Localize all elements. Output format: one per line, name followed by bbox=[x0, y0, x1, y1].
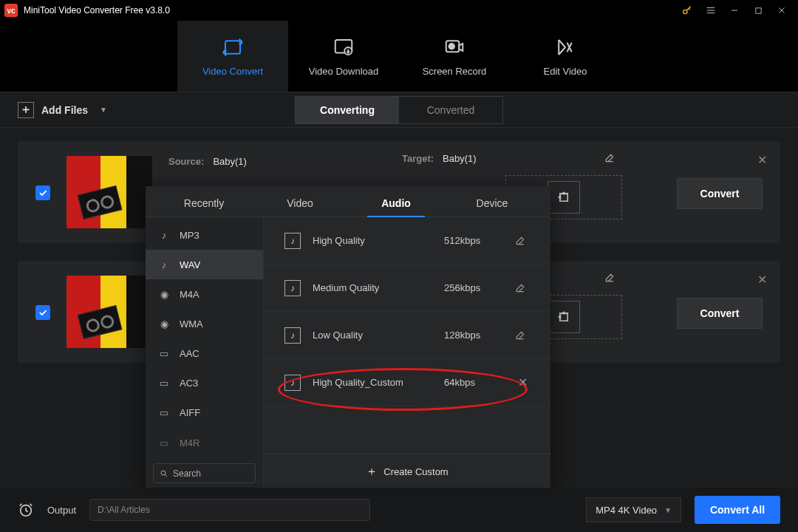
svg-point-6 bbox=[449, 44, 455, 50]
audio-file-icon: ♪ bbox=[157, 228, 171, 242]
status-segment: Converting Converted bbox=[295, 96, 503, 124]
nav-label: Video Convert bbox=[202, 66, 263, 77]
format-label: AC3 bbox=[180, 378, 198, 389]
remove-file-icon[interactable]: ✕ bbox=[757, 153, 767, 167]
popup-tab-recently[interactable]: Recently bbox=[156, 197, 252, 216]
format-label: WMA bbox=[180, 318, 203, 330]
edit-video-icon bbox=[554, 36, 576, 58]
target-value: Baby(1) bbox=[443, 153, 477, 164]
target-edit-icon[interactable] bbox=[604, 153, 615, 163]
minimize-icon[interactable] bbox=[723, 0, 746, 21]
popup-tab-audio[interactable]: Audio bbox=[348, 197, 444, 216]
nav-label: Edit Video bbox=[543, 66, 587, 77]
format-item-m4r[interactable]: ▭M4R bbox=[146, 428, 263, 457]
segment-converting[interactable]: Converting bbox=[296, 97, 399, 123]
plus-icon: ＋ bbox=[366, 464, 378, 480]
quality-item-custom[interactable]: ♪ High Quality_Custom 64kbps ✕ bbox=[264, 359, 550, 406]
popup-tabs: Recently Video Audio Device bbox=[146, 186, 550, 217]
format-label: WAV bbox=[180, 259, 200, 270]
nav-label: Screen Record bbox=[423, 66, 487, 77]
format-search-input[interactable]: Search bbox=[153, 463, 256, 483]
convert-all-button[interactable]: Convert All bbox=[695, 496, 780, 524]
audio-file-icon: ◉ bbox=[157, 317, 171, 330]
quality-name: Medium Quality bbox=[313, 282, 432, 293]
audio-file-icon: ▭ bbox=[157, 377, 171, 390]
quality-edit-icon[interactable] bbox=[515, 330, 530, 341]
file-thumbnail bbox=[66, 276, 152, 348]
video-convert-icon bbox=[222, 36, 244, 58]
quality-bitrate: 64kbps bbox=[444, 377, 503, 388]
create-custom-button[interactable]: ＋ Create Custom bbox=[264, 454, 550, 489]
format-item-aiff[interactable]: ▭AIFF bbox=[146, 398, 263, 428]
quality-name: High Quality bbox=[313, 235, 432, 246]
target-edit-icon[interactable] bbox=[604, 273, 615, 283]
app-logo: vc bbox=[4, 4, 18, 17]
quality-name: High Quality_Custom bbox=[313, 377, 432, 388]
popup-tab-video[interactable]: Video bbox=[252, 197, 348, 216]
svg-rect-2 bbox=[225, 41, 240, 54]
format-label: M4A bbox=[180, 289, 200, 300]
quality-list: ♪ High Quality 512kbps ♪ Medium Quality … bbox=[264, 217, 550, 454]
svg-rect-8 bbox=[560, 313, 568, 321]
remove-file-icon[interactable]: ✕ bbox=[757, 273, 767, 287]
chevron-down-icon[interactable]: ▼ bbox=[100, 106, 107, 114]
quality-delete-icon[interactable]: ✕ bbox=[515, 375, 530, 389]
target-format-dropdown[interactable]: MP4 4K Video ▼ bbox=[586, 497, 681, 522]
convert-button[interactable]: Convert bbox=[677, 178, 763, 209]
audio-file-icon: ◉ bbox=[157, 287, 171, 301]
add-files-label: Add Files bbox=[41, 104, 88, 116]
popup-tab-device[interactable]: Device bbox=[444, 197, 540, 216]
nav-tab-screen-record[interactable]: Screen Record bbox=[399, 21, 510, 92]
output-label: Output bbox=[47, 505, 76, 516]
close-window-icon[interactable] bbox=[770, 0, 794, 21]
format-item-mp3[interactable]: ♪MP3 bbox=[146, 220, 263, 250]
audio-file-icon: ▭ bbox=[157, 347, 171, 361]
nav-tab-edit-video[interactable]: Edit Video bbox=[510, 21, 621, 92]
chevron-down-icon: ▼ bbox=[664, 506, 672, 514]
format-label: AIFF bbox=[180, 407, 200, 418]
output-path-field[interactable]: D:\All Articles bbox=[89, 499, 370, 521]
quality-item[interactable]: ♪ High Quality 512kbps bbox=[264, 217, 550, 265]
quality-bitrate: 512kbps bbox=[444, 235, 503, 246]
main-nav: Video Convert Video Download Screen Reco… bbox=[0, 21, 798, 92]
quality-edit-icon[interactable] bbox=[515, 283, 530, 293]
schedule-icon[interactable] bbox=[18, 502, 34, 518]
audio-preset-icon: ♪ bbox=[284, 375, 301, 391]
maximize-icon[interactable] bbox=[746, 0, 770, 21]
format-label: MP3 bbox=[180, 230, 200, 241]
audio-preset-icon: ♪ bbox=[284, 233, 301, 249]
file-checkbox[interactable] bbox=[35, 185, 50, 200]
svg-point-9 bbox=[161, 471, 166, 475]
quality-edit-icon[interactable] bbox=[515, 236, 530, 246]
audio-file-icon: ▭ bbox=[157, 436, 171, 449]
format-list[interactable]: ♪MP3 ♪WAV ◉M4A ◉WMA ▭AAC ▭AC3 ▭AIFF ▭M4R… bbox=[146, 217, 264, 489]
file-checkbox[interactable] bbox=[35, 305, 50, 320]
audio-preset-icon: ♪ bbox=[284, 327, 301, 344]
target-label: Target: bbox=[402, 153, 434, 164]
hamburger-menu-icon[interactable] bbox=[699, 0, 723, 21]
segment-converted[interactable]: Converted bbox=[399, 97, 502, 123]
format-item-wav[interactable]: ♪WAV bbox=[146, 250, 263, 279]
format-item-wma[interactable]: ◉WMA bbox=[146, 309, 263, 338]
nav-tab-video-convert[interactable]: Video Convert bbox=[177, 21, 288, 92]
quality-item[interactable]: ♪ Medium Quality 256kbps bbox=[264, 265, 550, 312]
format-item-aac[interactable]: ▭AAC bbox=[146, 339, 263, 369]
titlebar: vc MiniTool Video Converter Free v3.8.0 bbox=[0, 0, 798, 21]
audio-file-icon: ♪ bbox=[157, 258, 171, 271]
format-item-ac3[interactable]: ▭AC3 bbox=[146, 369, 263, 398]
add-files-button[interactable]: ＋ Add Files ▼ bbox=[18, 102, 107, 118]
target-format-value: MP4 4K Video bbox=[596, 505, 657, 516]
format-label: M4R bbox=[180, 437, 200, 449]
quality-item[interactable]: ♪ Low Quality 128kbps bbox=[264, 312, 550, 359]
upgrade-key-icon[interactable] bbox=[675, 0, 699, 21]
file-thumbnail bbox=[66, 156, 152, 228]
format-label: AAC bbox=[180, 348, 200, 359]
create-custom-label: Create Custom bbox=[383, 466, 448, 477]
app-title: MiniTool Video Converter Free v3.8.0 bbox=[24, 5, 170, 16]
quality-bitrate: 256kbps bbox=[444, 282, 503, 293]
quality-bitrate: 128kbps bbox=[444, 330, 503, 341]
nav-tab-video-download[interactable]: Video Download bbox=[288, 21, 399, 92]
convert-button[interactable]: Convert bbox=[677, 298, 763, 329]
format-item-m4a[interactable]: ◉M4A bbox=[146, 279, 263, 309]
audio-file-icon: ▭ bbox=[157, 406, 171, 420]
